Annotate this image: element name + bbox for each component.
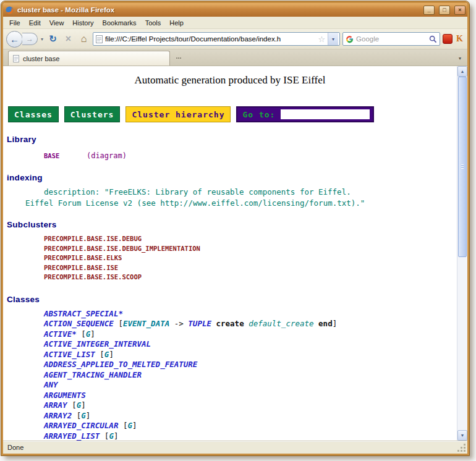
subcluster-link[interactable]: PRECOMPILE.BASE.ISE [44, 263, 457, 273]
minimize-button[interactable]: _ [423, 6, 435, 15]
google-logo-icon [346, 35, 354, 43]
indexing-line-1: description: "FreeELKS: Library of reusa… [44, 187, 457, 197]
back-button[interactable]: ← [6, 31, 23, 48]
class-text-plain: [ [72, 411, 81, 420]
resize-grip[interactable] [458, 444, 465, 452]
window-title: cluster base - Mozilla Firefox [17, 6, 419, 14]
extension-red-icon[interactable] [443, 34, 453, 44]
class-entry: ARRAYED_CIRCULAR [G] [44, 421, 457, 431]
class-link[interactable]: TUPLE [188, 319, 211, 328]
goto-box: Go to: [236, 106, 374, 122]
class-entry: ACTIVE_INTEGER_INTERVAL [44, 339, 457, 350]
goto-label: Go to: [242, 110, 275, 119]
menu-help[interactable]: Help [165, 17, 188, 28]
menu-tools[interactable]: Tools [141, 17, 166, 28]
subcluster-link[interactable]: PRECOMPILE.BASE.ISE.DEBUG_IMPLEMENTATION [44, 244, 457, 254]
status-bar: Done [3, 441, 467, 454]
vertical-scrollbar[interactable]: ▲ ▼ [457, 66, 467, 441]
cluster-hierarchy-button[interactable]: Cluster hierarchy [125, 106, 231, 122]
class-link[interactable]: ACTIVE_LIST [44, 350, 95, 359]
class-text-plain: [ [77, 329, 86, 339]
content-area: Automatic generation produced by ISE Eif… [3, 66, 467, 441]
class-link[interactable]: ARRAYED_CIRCULAR [44, 421, 118, 430]
extension-k-icon[interactable]: K [455, 34, 464, 44]
class-text-generic: G [127, 421, 132, 430]
subcluster-link[interactable]: PRECOMPILE.BASE.ISE.DEBUG [44, 234, 457, 244]
stop-button[interactable]: × [62, 32, 75, 46]
class-link[interactable]: ARGUMENTS [44, 391, 86, 400]
class-text-keyword: create [216, 319, 244, 328]
home-button[interactable]: ⌂ [77, 32, 90, 46]
class-entry: ACTIVE* [G] [44, 329, 457, 340]
scroll-up-button[interactable]: ▲ [457, 66, 467, 77]
class-text-plain: -> [169, 319, 188, 328]
library-diagram-link[interactable]: (diagram) [87, 151, 127, 160]
refresh-button[interactable]: ↻ [46, 32, 59, 46]
class-text-feature: default_create [249, 319, 313, 328]
tab-label: cluster base [23, 55, 59, 62]
class-link[interactable]: ADDRESS_APPLIED_TO_MELTED_FEATURE [44, 360, 197, 369]
menu-bar: FileEditViewHistoryBookmarksToolsHelp [3, 17, 467, 29]
search-input[interactable]: Google [342, 32, 440, 46]
class-text-plain: [ [118, 421, 127, 430]
class-link[interactable]: ARRAY [44, 400, 67, 410]
clusters-button[interactable]: Clusters [64, 106, 121, 122]
class-text-plain: [ [114, 319, 123, 328]
goto-input[interactable] [280, 109, 370, 120]
search-placeholder: Google [356, 35, 427, 43]
history-dropdown-icon[interactable]: ▾ [40, 36, 44, 42]
navigation-toolbar: ← → ▾ ↻ × ⌂ file:///C:/Eiffel Projects/t… [3, 29, 467, 49]
close-button[interactable]: × [454, 6, 465, 15]
url-bar[interactable]: file:///C:/Eiffel Projects/tour/Document… [93, 32, 340, 46]
class-link[interactable]: ABSTRACT_SPECIAL* [44, 309, 123, 318]
tab-cluster-base[interactable]: cluster base [8, 51, 170, 66]
menu-file[interactable]: File [5, 17, 25, 28]
class-entry: ARRAY2 [G] [44, 411, 457, 421]
title-bar: cluster base - Mozilla Firefox _ □ × [3, 3, 467, 17]
class-text-plain: [ [100, 431, 109, 441]
menu-history[interactable]: History [68, 17, 98, 28]
class-text-generic: G [81, 411, 86, 420]
tab-bar: cluster base ▾ [3, 49, 467, 66]
library-entry: BASE (diagram) [44, 149, 457, 161]
class-link[interactable]: ARRAYED_LIST [44, 431, 100, 441]
document-page: Automatic generation produced by ISE Eif… [3, 66, 457, 441]
doc-nav-buttons: Classes Clusters Cluster hierarchy Go to… [8, 106, 457, 122]
class-link[interactable]: AGENT_TRACING_HANDLER [44, 370, 142, 379]
scroll-down-button[interactable]: ▼ [457, 430, 467, 441]
maximize-button[interactable]: □ [439, 6, 450, 15]
classes-heading: Classes [7, 295, 457, 304]
class-entry: ADDRESS_APPLIED_TO_MELTED_FEATURE [44, 360, 457, 370]
class-entry: ANY [44, 380, 457, 391]
forward-button[interactable]: → [22, 33, 38, 45]
list-all-tabs-button[interactable]: ▾ [455, 53, 465, 63]
firefox-window: cluster base - Mozilla Firefox _ □ × Fil… [1, 1, 469, 455]
class-entry: ACTIVE_LIST [G] [44, 350, 457, 360]
class-link[interactable]: ACTIVE_INTEGER_INTERVAL [44, 339, 151, 349]
subclusters-heading: Subclusters [7, 220, 457, 229]
url-dropdown-button[interactable]: ▾ [328, 33, 338, 45]
classes-button[interactable]: Classes [8, 106, 59, 122]
subcluster-link[interactable]: PRECOMPILE.BASE.ELKS [44, 253, 457, 263]
class-entry: ARRAYED_LIST [G] [44, 431, 457, 441]
menu-edit[interactable]: Edit [25, 17, 45, 28]
class-link[interactable]: ACTIVE* [44, 329, 77, 339]
class-text-plain: ] [81, 400, 86, 410]
library-name-link[interactable]: BASE [44, 152, 59, 159]
scrollbar-track[interactable] [457, 77, 467, 430]
class-text-generic: G [109, 431, 114, 441]
class-link[interactable]: ACTION_SEQUENCE [44, 319, 114, 328]
subcluster-link[interactable]: PRECOMPILE.BASE.ISE.SCOOP [44, 273, 457, 282]
class-text-plain: ] [86, 411, 91, 420]
subclusters-list: PRECOMPILE.BASE.ISE.DEBUGPRECOMPILE.BASE… [3, 234, 457, 282]
library-heading: Library [7, 135, 457, 144]
class-link[interactable]: ARRAY2 [44, 411, 72, 420]
class-text-plain: ] [90, 329, 95, 339]
class-link[interactable]: ANY [44, 380, 58, 389]
menu-bookmarks[interactable]: Bookmarks [98, 17, 141, 28]
tab-strip-grip-icon [176, 57, 182, 60]
scrollbar-thumb[interactable] [458, 77, 467, 257]
magnifier-icon[interactable] [429, 35, 437, 43]
bookmark-star-icon[interactable]: ☆ [318, 35, 325, 44]
menu-view[interactable]: View [45, 17, 69, 28]
